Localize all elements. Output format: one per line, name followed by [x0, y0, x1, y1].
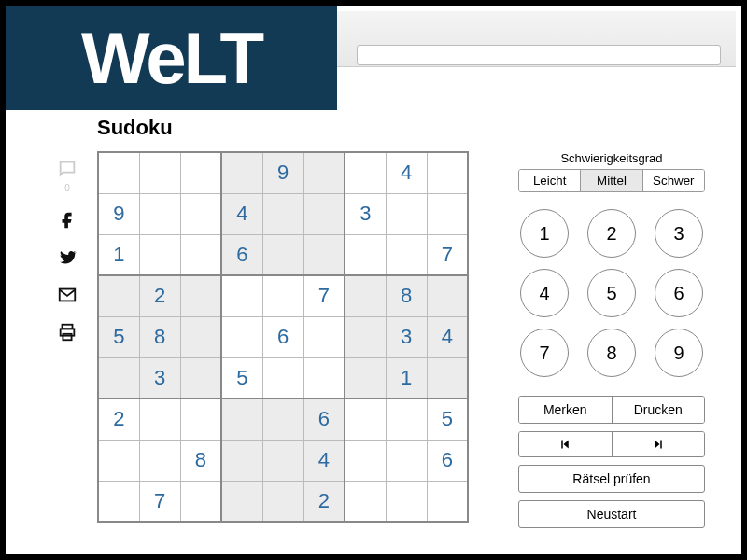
- sudoku-cell[interactable]: [221, 481, 262, 522]
- sudoku-cell[interactable]: 7: [139, 481, 180, 522]
- sudoku-cell[interactable]: [427, 357, 468, 399]
- sudoku-cell[interactable]: 4: [221, 193, 262, 234]
- sudoku-cell[interactable]: [139, 399, 180, 440]
- sudoku-cell[interactable]: [345, 399, 386, 440]
- sudoku-cell[interactable]: 1: [386, 357, 427, 399]
- sudoku-cell[interactable]: [386, 481, 427, 522]
- sudoku-cell[interactable]: [345, 234, 386, 275]
- numpad-3[interactable]: 3: [655, 209, 703, 258]
- sudoku-cell[interactable]: [262, 193, 303, 234]
- numpad-9[interactable]: 9: [655, 329, 703, 377]
- sudoku-cell[interactable]: [386, 440, 427, 481]
- sudoku-cell[interactable]: [303, 316, 345, 357]
- sudoku-cell[interactable]: [303, 152, 345, 193]
- sudoku-cell[interactable]: [98, 481, 139, 522]
- sudoku-cell[interactable]: [345, 275, 386, 316]
- sudoku-cell[interactable]: 3: [139, 357, 180, 399]
- sudoku-cell[interactable]: 2: [98, 399, 139, 440]
- difficulty-hard[interactable]: Schwer: [643, 170, 704, 191]
- sudoku-cell[interactable]: [221, 316, 262, 357]
- difficulty-easy[interactable]: Leicht: [519, 170, 581, 191]
- sudoku-cell[interactable]: 4: [303, 440, 345, 481]
- sudoku-cell[interactable]: 2: [303, 481, 345, 522]
- restart-button[interactable]: Neustart: [518, 500, 705, 528]
- sudoku-cell[interactable]: [386, 399, 427, 440]
- sudoku-cell[interactable]: 2: [139, 275, 180, 316]
- sudoku-cell[interactable]: [386, 234, 427, 275]
- sudoku-cell[interactable]: [221, 399, 262, 440]
- url-bar[interactable]: [357, 45, 721, 65]
- sudoku-cell[interactable]: [180, 481, 221, 522]
- sudoku-cell[interactable]: 8: [386, 275, 427, 316]
- sudoku-cell[interactable]: [345, 481, 386, 522]
- sudoku-cell[interactable]: 4: [386, 152, 427, 193]
- numpad-5[interactable]: 5: [587, 269, 636, 317]
- sudoku-cell[interactable]: [303, 357, 345, 399]
- sudoku-cell[interactable]: 3: [386, 316, 427, 357]
- sudoku-cell[interactable]: [427, 481, 468, 522]
- sudoku-cell[interactable]: [345, 440, 386, 481]
- sudoku-cell[interactable]: 5: [221, 357, 262, 399]
- facebook-icon[interactable]: [57, 210, 78, 231]
- sudoku-cell[interactable]: [139, 193, 180, 234]
- sudoku-cell[interactable]: 6: [303, 399, 345, 440]
- sudoku-cell[interactable]: 5: [98, 316, 139, 357]
- sudoku-cell[interactable]: [262, 234, 303, 275]
- sudoku-cell[interactable]: [427, 152, 468, 193]
- sudoku-cell[interactable]: [98, 275, 139, 316]
- sudoku-cell[interactable]: [345, 152, 386, 193]
- print-icon[interactable]: [57, 322, 78, 343]
- sudoku-cell[interactable]: 9: [262, 152, 303, 193]
- check-button[interactable]: Rätsel prüfen: [518, 465, 705, 493]
- sudoku-cell[interactable]: 5: [427, 399, 468, 440]
- merken-button[interactable]: Merken: [519, 397, 613, 423]
- sudoku-cell[interactable]: [427, 275, 468, 316]
- sudoku-cell[interactable]: [303, 234, 345, 275]
- next-puzzle-button[interactable]: [613, 432, 705, 456]
- email-icon[interactable]: [57, 285, 78, 305]
- sudoku-cell[interactable]: [98, 152, 139, 193]
- sudoku-cell[interactable]: [262, 399, 303, 440]
- sudoku-cell[interactable]: [180, 193, 221, 234]
- numpad-2[interactable]: 2: [587, 209, 636, 258]
- sudoku-cell[interactable]: 7: [303, 275, 345, 316]
- sudoku-cell[interactable]: [386, 193, 427, 234]
- numpad-4[interactable]: 4: [520, 269, 569, 317]
- sudoku-cell[interactable]: [262, 440, 303, 481]
- sudoku-cell[interactable]: [345, 316, 386, 357]
- sudoku-cell[interactable]: [139, 152, 180, 193]
- sudoku-cell[interactable]: [427, 193, 468, 234]
- sudoku-cell[interactable]: [180, 275, 221, 316]
- sudoku-cell[interactable]: 6: [221, 234, 262, 275]
- sudoku-cell[interactable]: [180, 152, 221, 193]
- sudoku-cell[interactable]: 6: [427, 440, 468, 481]
- sudoku-cell[interactable]: [139, 234, 180, 275]
- sudoku-cell[interactable]: 4: [427, 316, 468, 357]
- sudoku-cell[interactable]: [345, 357, 386, 399]
- sudoku-cell[interactable]: 6: [262, 316, 303, 357]
- sudoku-cell[interactable]: [139, 440, 180, 481]
- drucken-button[interactable]: Drucken: [613, 397, 705, 423]
- sudoku-cell[interactable]: 8: [180, 440, 221, 481]
- sudoku-cell[interactable]: [221, 152, 262, 193]
- sudoku-cell[interactable]: [180, 234, 221, 275]
- site-logo[interactable]: WeLT: [6, 6, 337, 110]
- sudoku-cell[interactable]: [98, 357, 139, 399]
- numpad-8[interactable]: 8: [587, 329, 636, 377]
- comment-icon[interactable]: [57, 159, 78, 179]
- sudoku-cell[interactable]: [98, 440, 139, 481]
- sudoku-cell[interactable]: 3: [345, 193, 386, 234]
- sudoku-cell[interactable]: 9: [98, 193, 139, 234]
- difficulty-medium[interactable]: Mittel: [581, 170, 642, 191]
- sudoku-cell[interactable]: [180, 399, 221, 440]
- sudoku-cell[interactable]: 7: [427, 234, 468, 275]
- sudoku-cell[interactable]: [262, 481, 303, 522]
- sudoku-cell[interactable]: [262, 357, 303, 399]
- sudoku-cell[interactable]: [303, 193, 345, 234]
- sudoku-cell[interactable]: 8: [139, 316, 180, 357]
- numpad-7[interactable]: 7: [520, 329, 569, 377]
- sudoku-cell[interactable]: 1: [98, 234, 139, 275]
- prev-puzzle-button[interactable]: [519, 432, 613, 456]
- sudoku-cell[interactable]: [221, 275, 262, 316]
- sudoku-cell[interactable]: [180, 316, 221, 357]
